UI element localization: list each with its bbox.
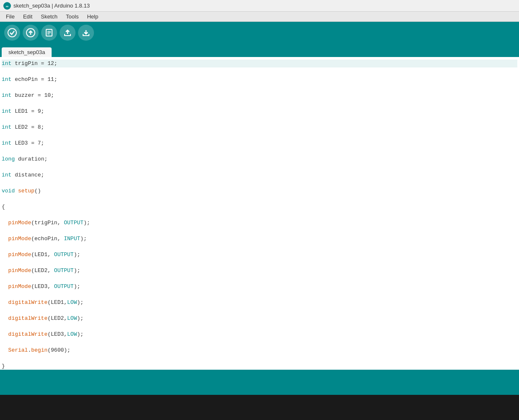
code-line: int buzzer = 10; (2, 91, 517, 99)
code-line: pinMode(trigPin, OUTPUT); (2, 219, 517, 227)
code-editor[interactable]: int trigPin = 12; int echoPin = 11; int … (0, 57, 519, 370)
code-line: } (2, 362, 517, 370)
code-line: digitalWrite(LED3,LOW); (2, 330, 517, 338)
statusbar (0, 370, 519, 395)
tab-sketch[interactable]: sketch_sep03a (2, 47, 52, 57)
bottom-area (0, 395, 519, 420)
titlebar: ∞ sketch_sep03a | Arduino 1.8.13 (0, 0, 519, 12)
code-line: int LED3 = 7; (2, 139, 517, 147)
upload-button[interactable] (23, 25, 39, 41)
menu-tools[interactable]: Tools (62, 13, 83, 21)
code-line: int LED1 = 9; (2, 107, 517, 115)
verify-button[interactable] (4, 25, 20, 41)
code-line: digitalWrite(LED2,LOW); (2, 314, 517, 322)
code-line: pinMode(LED2, OUTPUT); (2, 267, 517, 275)
menu-help[interactable]: Help (83, 13, 102, 21)
svg-text:∞: ∞ (6, 4, 9, 8)
code-line: Serial.begin(9600); (2, 346, 517, 354)
menu-file[interactable]: File (2, 13, 19, 21)
toolbar (0, 22, 519, 44)
menu-edit[interactable]: Edit (19, 13, 37, 21)
tabbar: sketch_sep03a (0, 44, 519, 57)
code-line: digitalWrite(LED1,LOW); (2, 298, 517, 306)
code-line: { (2, 203, 517, 211)
code-line: int echoPin = 11; (2, 75, 517, 83)
menubar: File Edit Sketch Tools Help (0, 12, 519, 22)
code-line: pinMode(LED3, OUTPUT); (2, 283, 517, 290)
window-title: sketch_sep03a | Arduino 1.8.13 (13, 3, 90, 9)
code-line: int trigPin = 12; (2, 60, 517, 67)
open-button[interactable] (60, 25, 76, 41)
code-line: void setup() (2, 187, 517, 195)
code-line: pinMode(echoPin, INPUT); (2, 235, 517, 243)
code-line: int LED2 = 8; (2, 123, 517, 131)
code-line: long duration; (2, 155, 517, 163)
svg-point-2 (8, 29, 16, 37)
menu-sketch[interactable]: Sketch (37, 13, 62, 21)
save-button[interactable] (78, 25, 94, 41)
app-icon: ∞ (3, 2, 11, 10)
new-button[interactable] (41, 25, 57, 41)
code-line: pinMode(LED1, OUTPUT); (2, 251, 517, 259)
code-line: int distance; (2, 171, 517, 179)
